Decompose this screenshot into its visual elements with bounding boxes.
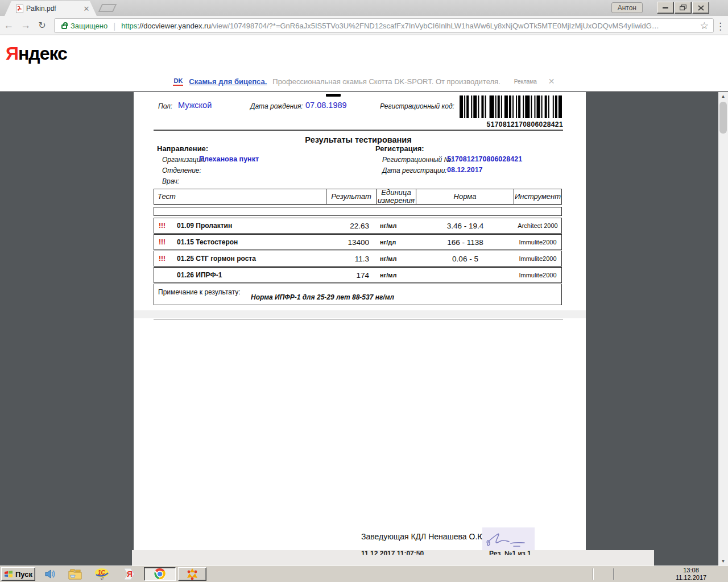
browser-toolbar: ← → ↻ Защищено | https://docviewer.yande… <box>0 16 728 35</box>
tray-clock[interactable]: 13:08 11.12.2017 <box>669 567 713 581</box>
bookmark-star-icon[interactable]: ☆ <box>700 20 709 32</box>
quicklaunch-explorer[interactable] <box>66 567 84 581</box>
test-norm: 166 - 1138 <box>416 238 514 247</box>
print-timestamp: 11.12.2017 11:07:50 <box>361 550 424 555</box>
test-instrument: Immulite2000 <box>514 272 561 278</box>
window-close-button[interactable] <box>692 2 709 14</box>
test-result: 22.63 <box>326 222 377 230</box>
pdf-file-icon <box>16 5 23 13</box>
minimize-icon <box>663 7 668 9</box>
yandex-logo[interactable]: Яндекс <box>6 43 67 64</box>
divider-line <box>154 319 563 319</box>
gender-label: Пол: <box>158 102 172 110</box>
barcode: 5170812170806028421 <box>460 95 563 128</box>
document-viewer: Пол: Мужской Дата рождения: 07.08.1989 Р… <box>0 92 728 566</box>
svg-text:1С: 1С <box>98 569 106 576</box>
window-minimize-button[interactable] <box>657 2 674 14</box>
url-text[interactable]: https://docviewer.yandex.ru/view/1074987… <box>121 22 697 30</box>
folder-icon <box>68 569 82 580</box>
reload-icon[interactable]: ↻ <box>34 20 50 31</box>
test-instrument: Immulite2000 <box>514 239 561 246</box>
abnormal-flag: !!! <box>154 222 177 230</box>
chrome-icon <box>154 568 166 580</box>
window-restore-button[interactable] <box>675 2 692 14</box>
test-name: 01.26 ИПРФ-1 <box>177 271 326 279</box>
new-tab-button[interactable] <box>98 4 117 12</box>
tray-divider <box>593 568 594 580</box>
signature-stroke <box>482 527 535 551</box>
taskbar-chrome-button[interactable] <box>144 567 176 581</box>
page-bottom-strip: 11.12.2017 11:07:50 Рез. №1 из 1 <box>132 550 654 566</box>
tab-close-icon[interactable]: ✕ <box>82 5 91 13</box>
scroll-up-icon[interactable]: ▲ <box>718 92 728 101</box>
windows-logo-icon <box>4 570 13 578</box>
table-row: !!! 01.25 СТГ гормон роста 11.3 нг/мл 0.… <box>154 251 562 267</box>
ad-banner: DK Скамья для бицепса. Профессиональная … <box>0 72 728 92</box>
regnum-value: 5170812170806028421 <box>447 155 522 163</box>
ad-close-icon[interactable]: ✕ <box>548 77 555 86</box>
back-icon[interactable]: ← <box>0 19 17 31</box>
department-label: Отделение: <box>162 167 201 174</box>
viewer-scrollbar[interactable]: ▲ ▼ <box>718 92 728 566</box>
test-norm: 0.06 - 5 <box>416 255 514 263</box>
browser-tab[interactable]: Palkin.pdf ✕ <box>5 1 97 16</box>
signature-image <box>482 527 535 551</box>
birthdate-label: Дата рождения: <box>250 102 303 110</box>
browser-titlebar: Palkin.pdf ✕ Антон <box>0 0 728 16</box>
quicklaunch-1c[interactable]: 1С v7 <box>93 567 111 581</box>
test-result: 174 <box>326 271 377 280</box>
test-name: 01.15 Тестостерон <box>177 238 326 246</box>
ad-description: Профессиональная скамья Скотта DK-SPORT.… <box>272 77 500 86</box>
page-break-band <box>134 310 586 318</box>
doctor-label: Врач: <box>162 177 179 185</box>
test-unit: нг/мл <box>377 272 416 278</box>
barcode-number: 5170812170806028421 <box>460 120 563 128</box>
col-header-instrument: Инструмент <box>514 189 561 204</box>
table-row: !!! 01.15 Тестостерон 13400 нг/дл 166 - … <box>154 234 562 250</box>
browser-profile-button[interactable]: Антон <box>611 2 643 13</box>
col-header-norm: Норма <box>416 189 514 204</box>
secure-lock-icon <box>61 24 67 29</box>
test-result: 11.3 <box>326 255 377 263</box>
browser-menu-icon[interactable]: ⋮ <box>715 20 725 32</box>
table-row: !!! 01.09 Пролактин 22.63 нг/мл 3.46 - 1… <box>154 218 562 234</box>
security-label[interactable]: Защищено <box>71 22 107 30</box>
start-button[interactable]: Пуск <box>1 567 35 581</box>
test-instrument: Immulite2000 <box>514 255 561 262</box>
forward-icon[interactable]: → <box>17 19 34 31</box>
regcode-label: Регистрационный код: <box>380 102 454 110</box>
docviewer-header: Яндекс Сохранить на Яндекс.Диск <box>0 35 728 72</box>
scrollbar-thumb[interactable] <box>719 102 727 134</box>
address-bar[interactable]: Защищено | https://docviewer.yandex.ru/v… <box>54 18 714 33</box>
registration-heading: Регистрация: <box>375 144 424 153</box>
orange-app-icon <box>185 568 199 580</box>
taskbar-app-button[interactable] <box>178 567 206 581</box>
table-row: 01.26 ИПРФ-1 174 нг/мл Immulite2000 <box>154 267 562 283</box>
gender-value: Мужской <box>178 101 212 110</box>
test-unit: нг/дл <box>377 239 416 246</box>
test-name: 01.25 СТГ гормон роста <box>177 255 326 263</box>
test-result: 13400 <box>326 238 377 247</box>
col-header-test: Тест <box>154 189 326 204</box>
start-label: Пуск <box>15 570 32 579</box>
1c-icon: 1С v7 <box>94 568 109 580</box>
ad-label: Реклама <box>514 78 537 85</box>
clipped-text-remnant <box>326 94 341 97</box>
ad-link[interactable]: Скамья для бицепса. <box>189 77 267 86</box>
signature-label: Заведующая КДЛ Ненашева О.Ю. <box>361 532 487 541</box>
quicklaunch-yandex-browser[interactable]: Я <box>120 567 138 581</box>
regnum-label: Регистрационный №: <box>382 156 453 164</box>
quicklaunch-volume[interactable] <box>41 567 59 581</box>
col-header-unit: Единица измерения <box>377 189 416 204</box>
windows-taskbar: Пуск 1С v7 Я <box>0 566 728 582</box>
scroll-down-icon[interactable]: ▼ <box>718 557 728 566</box>
pdf-page: Пол: Мужской Дата рождения: 07.08.1989 Р… <box>134 92 586 550</box>
test-name: 01.09 Пролактин <box>177 222 326 230</box>
results-table-header: Тест Результат Единица измерения Норма И… <box>154 189 562 205</box>
restore-icon <box>680 5 686 11</box>
tray-date: 11.12.2017 <box>669 574 713 581</box>
abnormal-flag: !!! <box>154 238 177 246</box>
empty-table-row <box>154 207 562 216</box>
organization-value: Плеханова пункт <box>199 155 259 163</box>
test-unit: нг/мл <box>377 222 416 229</box>
